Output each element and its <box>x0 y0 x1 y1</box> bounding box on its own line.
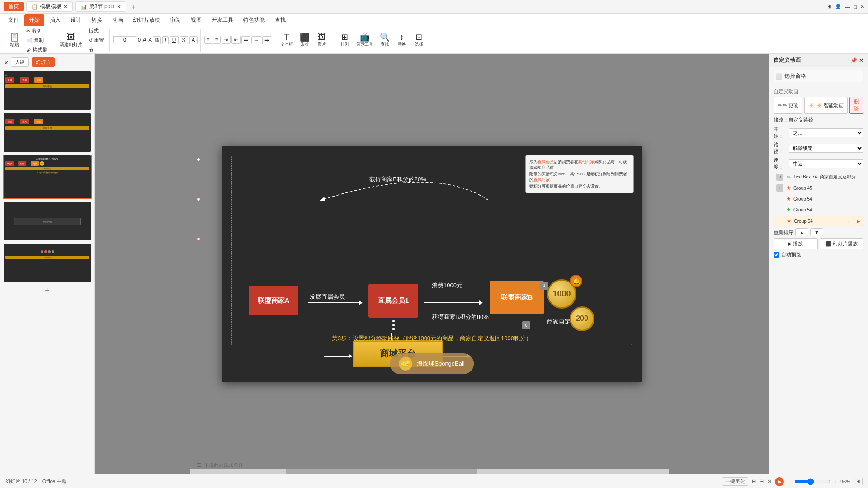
find-button[interactable]: 🔍 查找 <box>377 32 393 48</box>
num-list-button[interactable]: ≡ <box>213 36 221 44</box>
slide-thumb-8[interactable]: 8 2. ... 联盟 直属 联盟 商城平台 <box>3 70 92 111</box>
zoom-slider[interactable] <box>794 478 830 485</box>
decrease-font-button[interactable]: A <box>148 37 151 42</box>
arrange-button[interactable]: ⊞ 排列 <box>337 32 353 48</box>
collapse-panel-button[interactable]: « <box>5 59 8 66</box>
start-select[interactable]: 之后 <box>789 128 863 137</box>
window-close[interactable]: ✕ <box>860 4 864 9</box>
fit-window-button[interactable]: ⊞ <box>854 478 863 485</box>
h-scrollbar[interactable] <box>190 469 669 474</box>
ribbon-tab-view[interactable]: 视图 <box>186 14 206 26</box>
outdent-button[interactable]: ⇤ <box>231 36 241 44</box>
anim-item-1[interactable]: 1 ★ Group 45 <box>774 183 863 193</box>
pin-button[interactable]: 📌 <box>850 57 857 64</box>
anim-item-0[interactable]: 0 ✏ Text Box 74: 商家自定义返积分 <box>774 172 863 182</box>
cut-button[interactable]: ✂剪切 <box>24 27 50 35</box>
zoom-minus[interactable]: − <box>788 479 790 484</box>
slide-play-button[interactable]: ⬛ 幻灯片播放 <box>820 238 864 249</box>
selection-handle-mid[interactable] <box>197 197 200 201</box>
text-box-button[interactable]: T 文本框 <box>278 32 296 48</box>
font-color-button[interactable]: A <box>189 36 198 44</box>
outline-mode-button[interactable]: 大纲 <box>11 57 29 67</box>
font-size-input[interactable] <box>113 36 136 43</box>
merchant-b-box[interactable]: 联盟商家B <box>490 281 544 314</box>
picture-button[interactable]: 🖼 图片 <box>314 32 330 48</box>
slide-mode-button[interactable]: 幻灯片 <box>32 57 55 67</box>
slide-thumb-10[interactable]: 10 获得商家B积分的20% 联盟A 直属1 联盟B 1K 商城平台 第3步：设… <box>3 155 92 199</box>
ribbon-tab-transition[interactable]: 切换 <box>87 14 107 26</box>
play-button[interactable]: ▶ 播放 <box>774 238 818 249</box>
home-button[interactable]: 首页 <box>4 2 24 11</box>
window-maximize[interactable]: □ <box>854 4 857 9</box>
copy-button[interactable]: 📄复制 <box>24 36 50 45</box>
view-icon-notes[interactable]: ⊠ <box>767 479 771 484</box>
strikethrough-button[interactable]: S <box>180 36 188 44</box>
tab-pptx-close[interactable]: ✕ <box>117 4 121 10</box>
speed-select[interactable]: 中速 <box>789 159 863 168</box>
new-slide-button[interactable]: 🖼 新建幻灯片 <box>57 32 85 49</box>
shapes-button[interactable]: ⬛ 形状 <box>297 32 313 48</box>
ribbon-tab-animation[interactable]: 动画 <box>108 14 127 26</box>
ribbon-tab-file[interactable]: 文件 <box>4 14 24 26</box>
list-button[interactable]: ≡ <box>204 36 212 44</box>
increase-font-button[interactable]: A <box>142 36 146 43</box>
slide-thumb-9[interactable]: 9 联盟 直属 联盟 商城平台 <box>3 113 92 153</box>
replace-button[interactable]: ↕ 替换 <box>394 32 410 48</box>
reset-button[interactable]: ↺重置 <box>86 36 107 45</box>
italic-button[interactable]: I <box>162 36 168 44</box>
align-center-button[interactable]: ↔ <box>251 36 261 44</box>
view-icon-normal[interactable]: ⊞ <box>752 479 756 484</box>
custom-anim-label: 自定义动画 <box>774 88 863 95</box>
change-button[interactable]: ✏ ✏ 更改 <box>774 97 802 114</box>
align-right-button[interactable]: ➡ <box>262 36 271 44</box>
anim-item-4[interactable]: ★ Group 54 ▶ <box>774 216 863 226</box>
tab-template-close[interactable]: ✕ <box>63 4 68 10</box>
window-minimize[interactable]: — <box>845 4 850 9</box>
order-up-button[interactable]: ▲ <box>795 228 808 236</box>
underline-button[interactable]: U <box>170 36 179 44</box>
slide-thumb-12[interactable]: 12 结束内容 <box>3 243 92 283</box>
ribbon-tab-slideshow[interactable]: 幻灯片放映 <box>128 14 165 26</box>
member-box[interactable]: 直属会员1 <box>368 284 418 318</box>
close-panel-button[interactable]: ✕ <box>859 57 863 64</box>
ribbon-tab-developer[interactable]: 开发工具 <box>207 14 238 26</box>
add-tab-button[interactable]: + <box>129 2 138 11</box>
bold-button[interactable]: B <box>153 36 161 44</box>
ribbon-tab-design[interactable]: 设计 <box>66 14 86 26</box>
zoom-plus[interactable]: + <box>834 479 837 484</box>
selection-handle-top[interactable] <box>197 158 200 161</box>
view-icon-outline[interactable]: ⊟ <box>760 479 764 484</box>
ribbon-tab-special[interactable]: 特色功能 <box>239 14 269 26</box>
play-icon-status[interactable]: ▶ <box>775 477 784 486</box>
paste-button[interactable]: 📋 粘贴 <box>6 32 23 49</box>
path-select[interactable]: 解除锁定 <box>789 144 863 153</box>
start-row: 开始： 之后 <box>774 126 863 140</box>
align-left-button[interactable]: ⬅ <box>241 36 250 44</box>
anim-item-3[interactable]: ★ Group 54 <box>774 205 863 215</box>
select-button[interactable]: ⊡ 选择 <box>411 32 427 48</box>
tab-pptx[interactable]: 📊 第3节.pptx ✕ <box>75 1 126 12</box>
present-tools-button[interactable]: 📺 演示工具 <box>354 32 376 48</box>
ribbon-tab-insert[interactable]: 插入 <box>45 14 65 26</box>
auto-preview-checkbox[interactable] <box>774 252 779 258</box>
ribbon-tab-find[interactable]: 查找 <box>270 14 290 26</box>
layout-button[interactable]: 版式 <box>86 27 107 35</box>
smart-anim-button[interactable]: ⚡ ⚡ 智能动画 <box>804 97 848 114</box>
format-painter-button[interactable]: 🖌格式刷 <box>24 46 50 54</box>
ribbon-tab-review[interactable]: 审阅 <box>165 14 185 26</box>
add-comment-bar[interactable]: ☰ 单击此处添加备注 <box>197 462 244 469</box>
order-down-button[interactable]: ▼ <box>810 228 823 236</box>
selection-handle-bot[interactable] <box>197 237 200 241</box>
merchant-a-box[interactable]: 联盟商家A <box>249 286 298 315</box>
beautify-button[interactable]: 一键美化 <box>722 477 748 486</box>
h-scrollbar-thumb[interactable] <box>286 469 477 474</box>
slide-thumb-11[interactable]: 11 界面内容 <box>3 201 92 241</box>
section-button[interactable]: 节 <box>86 46 107 54</box>
indent-button[interactable]: ⇥ <box>222 36 231 44</box>
add-slide-button[interactable]: + <box>3 286 92 296</box>
ribbon-tab-home[interactable]: 开始 <box>24 14 44 26</box>
delete-anim-button[interactable]: 删除 <box>849 97 863 114</box>
select-window-button[interactable]: ⬜ 选择窗格 <box>774 70 863 82</box>
tab-template[interactable]: 📋 模板模板 ✕ <box>26 1 73 12</box>
anim-item-2[interactable]: ★ Group 54 <box>774 194 863 204</box>
